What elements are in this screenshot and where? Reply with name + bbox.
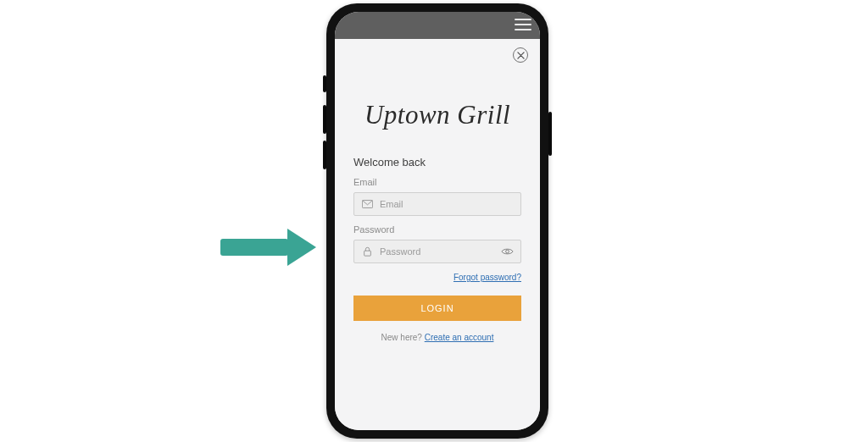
login-panel: Uptown Grill Welcome back Email Password bbox=[335, 39, 540, 430]
svg-point-2 bbox=[505, 250, 509, 253]
svg-rect-1 bbox=[364, 251, 370, 256]
eye-icon[interactable] bbox=[500, 245, 514, 258]
lock-icon bbox=[361, 246, 373, 257]
phone-screen: Uptown Grill Welcome back Email Password bbox=[335, 12, 540, 430]
close-icon[interactable] bbox=[513, 47, 528, 63]
forgot-password-link[interactable]: Forgot password? bbox=[453, 273, 521, 282]
email-label: Email bbox=[353, 177, 521, 187]
side-button bbox=[323, 105, 326, 134]
side-button bbox=[323, 75, 326, 92]
login-button[interactable]: LOGIN bbox=[353, 296, 521, 321]
email-input-wrap[interactable] bbox=[353, 192, 521, 216]
envelope-icon bbox=[361, 198, 373, 210]
side-button bbox=[548, 112, 552, 156]
welcome-text: Welcome back bbox=[353, 156, 521, 169]
pointer-arrow bbox=[220, 229, 316, 266]
side-button bbox=[323, 141, 326, 169]
password-input-wrap[interactable] bbox=[353, 240, 521, 263]
phone-frame: Uptown Grill Welcome back Email Password bbox=[326, 3, 548, 439]
email-input[interactable] bbox=[380, 199, 514, 209]
password-input[interactable] bbox=[380, 246, 500, 257]
brand-title: Uptown Grill bbox=[353, 100, 521, 130]
menu-icon[interactable] bbox=[515, 19, 531, 30]
app-topbar bbox=[335, 12, 540, 39]
create-account-link[interactable]: Create an account bbox=[425, 333, 494, 342]
signup-prompt-text: New here? bbox=[381, 333, 425, 342]
password-label: Password bbox=[353, 224, 521, 235]
signup-prompt-row: New here? Create an account bbox=[353, 333, 521, 342]
